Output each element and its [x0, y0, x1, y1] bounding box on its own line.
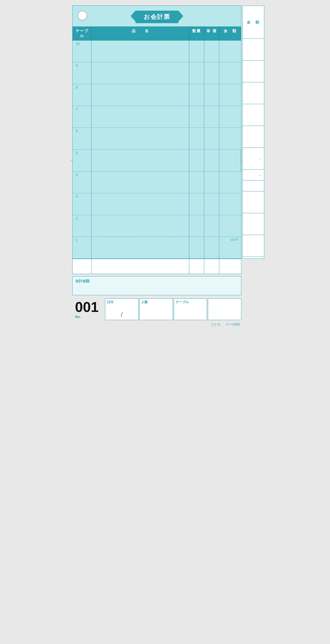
date-label: 日付: [107, 300, 113, 305]
row-2-item-cell: [92, 215, 189, 237]
col-amount: 金 額: [219, 26, 241, 41]
row-6-item-cell: [92, 128, 189, 149]
row-3-qty-cell: [189, 193, 204, 215]
product-code: テーS480: [226, 322, 240, 327]
stub-amount-label: 金 額: [247, 20, 260, 25]
row-4-amount-cell: [219, 171, 241, 193]
row-5-amount-cell: [219, 150, 241, 171]
row-8-table-cell: 8: [73, 84, 92, 106]
table-row: 4: [73, 171, 241, 193]
table-row: 3: [73, 193, 241, 215]
brand-footer: コクヨ テーS480: [72, 320, 241, 328]
row-6-qty-cell: [189, 128, 204, 149]
receipt-card: お会計票 テーブル 品 名 数量 単 価 金 額 10: [72, 5, 241, 259]
extra-cell-amount: [219, 259, 241, 274]
table-row: 8: [73, 84, 241, 106]
col-quantity: 数量: [189, 26, 204, 41]
row-3-table-cell: 3: [73, 193, 92, 215]
row-number-3: 3: [74, 194, 79, 200]
row-4-item-cell: [92, 171, 189, 193]
hole-punch: [77, 11, 87, 20]
table-row-5: → 5 ←: [73, 150, 241, 171]
row-1-qty-cell: [189, 237, 204, 258]
row-number-4: 4: [74, 172, 79, 178]
row-9-item-cell: [92, 62, 189, 84]
receipt-header: お会計票: [73, 6, 241, 26]
footer-fields: 日付 / 人数 テーブル: [105, 299, 241, 320]
row-7-table-cell: 7: [73, 106, 92, 128]
table-row: 2: [73, 215, 241, 237]
row-number-10: 10: [74, 41, 81, 47]
row-1-amount-cell: ▲CUT: [219, 237, 241, 258]
stub-header: 金 額: [243, 6, 264, 39]
row-7-item-cell: [92, 106, 189, 128]
arrow-left-icon: →: [69, 158, 74, 163]
row-10-table-cell: 10: [73, 41, 92, 62]
row-number-1: 1: [74, 237, 79, 243]
table-body: 10 9: [73, 41, 241, 259]
row-9-amount-cell: [219, 62, 241, 84]
stub-row-7: [243, 104, 264, 126]
row-7-price-cell: [204, 106, 219, 128]
row-7-qty-cell: [189, 106, 204, 128]
stub-row-4a: ←: [243, 170, 264, 180]
table-row-1: 1 ▲CUT: [73, 237, 241, 259]
row-2-price-cell: [204, 215, 219, 237]
col-item: 品 名: [92, 26, 189, 41]
row-1-table-cell: 1: [73, 237, 92, 258]
row-8-amount-cell: [219, 84, 241, 106]
table-field: テーブル: [174, 299, 207, 320]
order-number-value: 001: [75, 300, 99, 314]
row-number-2: 2: [74, 215, 79, 221]
row-9-table-cell: 9: [73, 62, 92, 84]
row-number-8: 8: [74, 85, 79, 91]
extra-cell-qty: [189, 259, 204, 274]
row-1-price-cell: [204, 237, 219, 258]
row-8-qty-cell: [189, 84, 204, 106]
row-number-6: 6: [74, 128, 79, 134]
col-unit-price: 単 価: [204, 26, 219, 41]
table-label: テーブル: [176, 300, 189, 305]
table-row: 9: [73, 62, 241, 84]
row-3-price-cell: [204, 193, 219, 215]
row-10-item-cell: [92, 41, 189, 62]
receipt-title: お会計票: [136, 11, 178, 23]
stub-row-4b: [243, 180, 264, 191]
row-1-item-cell: [92, 237, 189, 258]
row-6-amount-cell: [219, 128, 241, 149]
stub-row-5: ←: [243, 148, 264, 170]
extra-table-row: [72, 259, 241, 274]
row-3-amount-cell: [219, 193, 241, 215]
row-number-7: 7: [74, 106, 79, 112]
table-row: 7: [73, 106, 241, 128]
date-value: /: [107, 306, 137, 319]
row-4-price-cell: [204, 171, 219, 193]
stub-row-10: [243, 39, 264, 61]
table-row: 6: [73, 128, 241, 150]
extra-cell-table: [73, 259, 92, 274]
row-5-price-cell: [204, 150, 219, 171]
stub-row-3: [243, 191, 264, 213]
row-10-qty-cell: [189, 41, 204, 62]
row-4-table-cell: 4: [73, 171, 92, 193]
row-2-table-cell: 2: [73, 215, 92, 237]
row-2-qty-cell: [189, 215, 204, 237]
stub-row-8: [243, 82, 264, 104]
total-label: 合計金額: [75, 279, 238, 284]
row-number-9: 9: [74, 63, 79, 69]
row-8-price-cell: [204, 84, 219, 106]
row-number-5: 5: [74, 150, 79, 156]
row-3-item-cell: [92, 193, 189, 215]
row-9-price-cell: [204, 62, 219, 84]
date-field: 日付 /: [105, 299, 139, 320]
row-5-qty-cell: [189, 150, 204, 171]
no-label: No.: [75, 315, 81, 319]
table-row: 10: [73, 41, 241, 62]
order-number-block: 001 No.: [72, 299, 105, 320]
stub-row-1: [243, 235, 264, 257]
persons-field: 人数: [139, 299, 173, 320]
stub-row-9: [243, 61, 264, 82]
footer-section: 001 No. 日付 / 人数 テーブル: [72, 299, 241, 320]
row-9-qty-cell: [189, 62, 204, 84]
cut-label: ▲CUT: [231, 238, 239, 241]
